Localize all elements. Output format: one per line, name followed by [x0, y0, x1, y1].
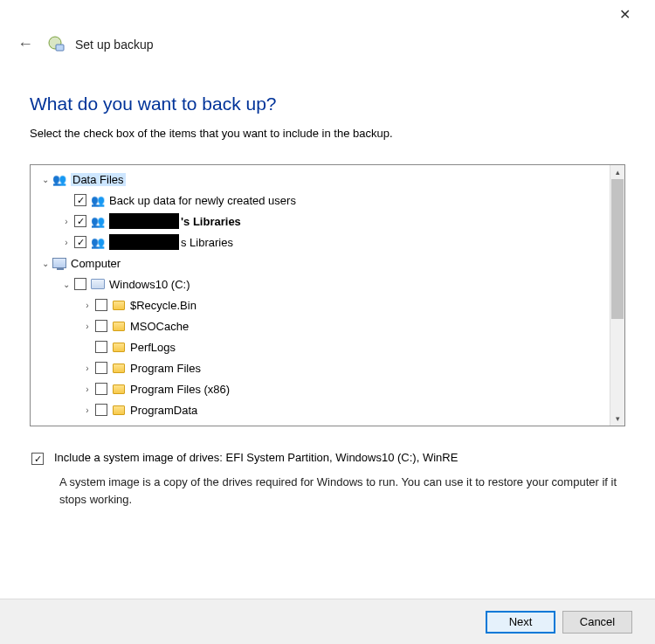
content-area: What do you want to back up? Select the …	[0, 60, 655, 426]
back-arrow-icon[interactable]: ←	[12, 33, 38, 55]
chevron-down-icon[interactable]: ⌄	[39, 175, 52, 184]
tree-label: MSOCache	[130, 320, 189, 333]
folder-icon	[111, 340, 127, 354]
computer-icon	[52, 256, 67, 270]
people-icon: 👥	[90, 235, 106, 249]
backup-wizard-icon	[47, 35, 66, 54]
checkbox[interactable]	[95, 404, 107, 416]
tree-label: Computer	[71, 257, 121, 270]
folder-icon	[111, 382, 127, 396]
chevron-right-icon[interactable]: ›	[81, 322, 93, 331]
tree-node-folder-msocache[interactable]: › MSOCache	[34, 315, 610, 336]
chevron-right-icon[interactable]: ›	[81, 384, 93, 394]
header-title: Set up backup	[75, 38, 154, 52]
tree-label: Program Files	[130, 362, 201, 375]
tree-node-user1-libraries[interactable]: › 👥 's Libraries	[34, 211, 610, 232]
redacted-username	[109, 213, 179, 229]
cancel-button[interactable]: Cancel	[562, 611, 632, 634]
checkbox[interactable]	[74, 278, 86, 290]
people-icon: 👥	[52, 172, 67, 186]
next-button[interactable]: Next	[486, 611, 555, 634]
titlebar: ✕	[0, 0, 655, 28]
drive-icon	[90, 277, 106, 291]
chevron-right-icon[interactable]: ›	[81, 364, 93, 373]
tree-node-folder-perflogs[interactable]: › PerfLogs	[34, 336, 610, 357]
system-image-description: A system image is a copy of the drives r…	[59, 474, 618, 508]
tree-label: Windows10 (C:)	[109, 278, 190, 291]
chevron-right-icon[interactable]: ›	[60, 238, 72, 247]
folder-icon	[111, 319, 127, 333]
tree-label: PerfLogs	[130, 341, 176, 354]
system-image-checkbox[interactable]	[31, 453, 44, 465]
tree-node-folder-progfiles86[interactable]: › Program Files (x86)	[34, 378, 610, 399]
close-icon[interactable]: ✕	[610, 3, 639, 26]
checkbox[interactable]	[74, 194, 86, 206]
scrollbar-thumb[interactable]	[611, 179, 624, 319]
checkbox[interactable]	[95, 362, 107, 374]
chevron-down-icon[interactable]: ⌄	[39, 259, 52, 268]
checkbox[interactable]	[95, 341, 107, 353]
tree-viewport[interactable]: ⌄ 👥 Data Files › 👥 Back up data for newl…	[31, 165, 610, 426]
chevron-right-icon[interactable]: ›	[81, 301, 93, 310]
tree-label: Back up data for newly created users	[109, 194, 296, 207]
tree-label: ProgramData	[130, 404, 197, 417]
tree-node-folder-progdata[interactable]: › ProgramData	[34, 399, 610, 420]
page-question: What do you want to back up?	[30, 93, 625, 114]
checkbox[interactable]	[74, 215, 86, 227]
folder-icon	[111, 403, 127, 417]
folder-icon	[111, 361, 127, 375]
chevron-right-icon[interactable]: ›	[60, 217, 72, 226]
folder-icon	[111, 298, 127, 312]
tree-node-user2-libraries[interactable]: › 👥 s Libraries	[34, 232, 610, 253]
tree-node-data-files[interactable]: ⌄ 👥 Data Files	[34, 169, 610, 190]
backup-tree: ⌄ 👥 Data Files › 👥 Back up data for newl…	[30, 164, 625, 426]
tree-label: Data Files	[71, 173, 126, 186]
checkbox[interactable]	[95, 320, 107, 332]
people-icon: 👥	[90, 193, 106, 207]
header: ← Set up backup	[0, 28, 655, 60]
chevron-right-icon[interactable]: ›	[81, 405, 93, 415]
tree-scrollbar[interactable]: ▴ ▾	[610, 165, 624, 426]
tree-node-folder-progfiles[interactable]: › Program Files	[34, 357, 610, 378]
tree-label: 's Libraries	[181, 215, 241, 228]
checkbox[interactable]	[95, 299, 107, 311]
footer: Next Cancel	[0, 599, 655, 644]
people-icon: 👥	[90, 214, 106, 228]
redacted-username	[109, 234, 179, 250]
scroll-down-icon[interactable]: ▾	[610, 412, 624, 426]
system-image-label: Include a system image of drives: EFI Sy…	[54, 451, 458, 464]
chevron-down-icon[interactable]: ⌄	[60, 280, 72, 289]
tree-node-computer[interactable]: ⌄ Computer	[34, 253, 610, 274]
tree-label: $Recycle.Bin	[130, 299, 196, 312]
system-image-section: Include a system image of drives: EFI Sy…	[0, 426, 655, 508]
tree-node-folder-recycle[interactable]: › $Recycle.Bin	[34, 294, 610, 315]
svg-rect-1	[56, 45, 64, 51]
page-instruction: Select the check box of the items that y…	[30, 127, 625, 140]
checkbox[interactable]	[74, 236, 86, 248]
tree-label: Program Files (x86)	[130, 383, 230, 396]
scroll-up-icon[interactable]: ▴	[610, 165, 624, 179]
tree-node-new-users[interactable]: › 👥 Back up data for newly created users	[34, 190, 610, 211]
tree-label: s Libraries	[181, 236, 233, 249]
checkbox[interactable]	[95, 383, 107, 395]
tree-node-drive-c[interactable]: ⌄ Windows10 (C:)	[34, 274, 610, 294]
